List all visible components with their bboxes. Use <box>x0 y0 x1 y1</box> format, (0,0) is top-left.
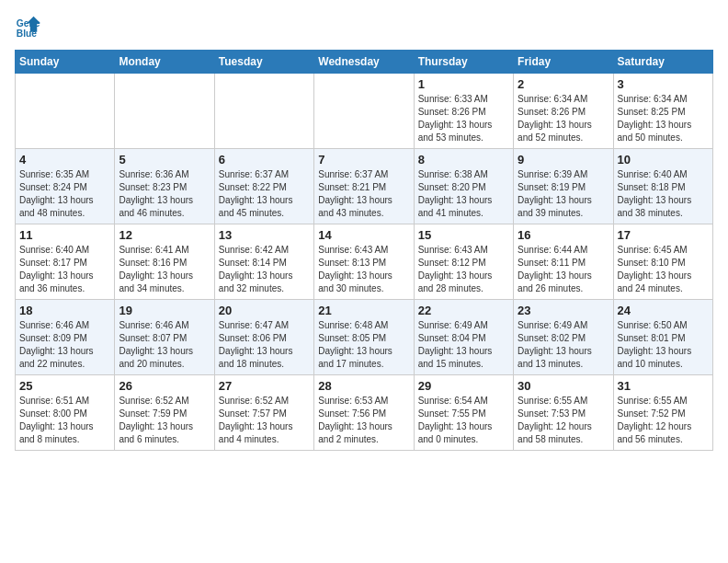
column-header-monday: Monday <box>115 51 214 74</box>
day-info: Sunrise: 6:40 AM Sunset: 8:17 PM Dayligh… <box>19 244 110 295</box>
day-number: 16 <box>518 228 609 242</box>
day-info: Sunrise: 6:44 AM Sunset: 8:11 PM Dayligh… <box>518 244 609 295</box>
calendar-cell: 20Sunrise: 6:47 AM Sunset: 8:06 PM Dayli… <box>214 300 313 375</box>
day-info: Sunrise: 6:54 AM Sunset: 7:55 PM Dayligh… <box>418 395 509 446</box>
day-number: 19 <box>119 304 210 317</box>
logo-icon: General Blue <box>15 15 40 40</box>
calendar-cell: 1Sunrise: 6:33 AM Sunset: 8:26 PM Daylig… <box>414 74 513 149</box>
day-number: 25 <box>19 379 110 393</box>
column-header-tuesday: Tuesday <box>214 51 313 74</box>
day-number: 7 <box>318 153 409 167</box>
calendar-cell: 25Sunrise: 6:51 AM Sunset: 8:00 PM Dayli… <box>16 375 115 451</box>
calendar-cell <box>16 74 115 149</box>
calendar-week-row: 25Sunrise: 6:51 AM Sunset: 8:00 PM Dayli… <box>16 375 713 451</box>
calendar-week-row: 18Sunrise: 6:46 AM Sunset: 8:09 PM Dayli… <box>16 300 713 375</box>
calendar-cell: 10Sunrise: 6:40 AM Sunset: 8:18 PM Dayli… <box>613 149 712 224</box>
calendar-cell: 29Sunrise: 6:54 AM Sunset: 7:55 PM Dayli… <box>414 375 513 451</box>
day-info: Sunrise: 6:43 AM Sunset: 8:13 PM Dayligh… <box>318 244 409 295</box>
day-number: 5 <box>119 153 210 167</box>
calendar-cell: 14Sunrise: 6:43 AM Sunset: 8:13 PM Dayli… <box>314 224 414 300</box>
day-info: Sunrise: 6:53 AM Sunset: 7:56 PM Dayligh… <box>318 395 409 446</box>
calendar-cell: 22Sunrise: 6:49 AM Sunset: 8:04 PM Dayli… <box>414 300 513 375</box>
day-info: Sunrise: 6:52 AM Sunset: 7:59 PM Dayligh… <box>119 395 210 446</box>
calendar-cell: 13Sunrise: 6:42 AM Sunset: 8:14 PM Dayli… <box>214 224 313 300</box>
calendar-cell: 8Sunrise: 6:38 AM Sunset: 8:20 PM Daylig… <box>414 149 513 224</box>
column-header-thursday: Thursday <box>414 51 513 74</box>
logo: General Blue <box>15 15 40 40</box>
calendar-cell: 9Sunrise: 6:39 AM Sunset: 8:19 PM Daylig… <box>514 149 613 224</box>
calendar-cell: 27Sunrise: 6:52 AM Sunset: 7:57 PM Dayli… <box>214 375 313 451</box>
day-info: Sunrise: 6:47 AM Sunset: 8:06 PM Dayligh… <box>219 319 310 371</box>
calendar-cell: 28Sunrise: 6:53 AM Sunset: 7:56 PM Dayli… <box>314 375 414 451</box>
calendar-week-row: 1Sunrise: 6:33 AM Sunset: 8:26 PM Daylig… <box>16 74 713 149</box>
day-number: 10 <box>618 153 709 167</box>
calendar-cell: 17Sunrise: 6:45 AM Sunset: 8:10 PM Dayli… <box>613 224 712 300</box>
calendar-cell <box>314 74 414 149</box>
day-info: Sunrise: 6:50 AM Sunset: 8:01 PM Dayligh… <box>618 319 709 371</box>
day-number: 15 <box>418 228 509 242</box>
calendar-cell <box>214 74 313 149</box>
calendar-cell: 7Sunrise: 6:37 AM Sunset: 8:21 PM Daylig… <box>314 149 414 224</box>
column-header-saturday: Saturday <box>613 51 712 74</box>
day-number: 8 <box>418 153 509 167</box>
calendar-cell: 5Sunrise: 6:36 AM Sunset: 8:23 PM Daylig… <box>115 149 214 224</box>
header: General Blue <box>15 15 713 40</box>
day-number: 29 <box>418 379 509 393</box>
calendar-table: SundayMondayTuesdayWednesdayThursdayFrid… <box>15 50 713 451</box>
calendar-cell: 11Sunrise: 6:40 AM Sunset: 8:17 PM Dayli… <box>16 224 115 300</box>
column-header-wednesday: Wednesday <box>314 51 414 74</box>
day-info: Sunrise: 6:42 AM Sunset: 8:14 PM Dayligh… <box>219 244 310 295</box>
day-number: 14 <box>318 228 409 242</box>
calendar-week-row: 11Sunrise: 6:40 AM Sunset: 8:17 PM Dayli… <box>16 224 713 300</box>
day-info: Sunrise: 6:43 AM Sunset: 8:12 PM Dayligh… <box>418 244 509 295</box>
day-info: Sunrise: 6:33 AM Sunset: 8:26 PM Dayligh… <box>418 93 509 144</box>
calendar-cell: 23Sunrise: 6:49 AM Sunset: 8:02 PM Dayli… <box>514 300 613 375</box>
day-number: 6 <box>219 153 310 167</box>
day-number: 18 <box>19 304 110 317</box>
day-info: Sunrise: 6:37 AM Sunset: 8:22 PM Dayligh… <box>219 168 310 220</box>
calendar-header-row: SundayMondayTuesdayWednesdayThursdayFrid… <box>16 51 713 74</box>
day-number: 9 <box>518 153 609 167</box>
calendar-cell: 26Sunrise: 6:52 AM Sunset: 7:59 PM Dayli… <box>115 375 214 451</box>
day-info: Sunrise: 6:40 AM Sunset: 8:18 PM Dayligh… <box>618 168 709 220</box>
day-info: Sunrise: 6:55 AM Sunset: 7:53 PM Dayligh… <box>518 395 609 446</box>
day-number: 23 <box>518 304 609 317</box>
day-number: 4 <box>19 153 110 167</box>
column-header-friday: Friday <box>514 51 613 74</box>
column-header-sunday: Sunday <box>16 51 115 74</box>
calendar-cell <box>115 74 214 149</box>
day-info: Sunrise: 6:51 AM Sunset: 8:00 PM Dayligh… <box>19 395 110 446</box>
calendar-cell: 18Sunrise: 6:46 AM Sunset: 8:09 PM Dayli… <box>16 300 115 375</box>
day-number: 30 <box>518 379 609 393</box>
day-info: Sunrise: 6:37 AM Sunset: 8:21 PM Dayligh… <box>318 168 409 220</box>
day-info: Sunrise: 6:38 AM Sunset: 8:20 PM Dayligh… <box>418 168 509 220</box>
day-number: 1 <box>418 77 509 91</box>
calendar-week-row: 4Sunrise: 6:35 AM Sunset: 8:24 PM Daylig… <box>16 149 713 224</box>
day-number: 21 <box>318 304 409 317</box>
calendar-cell: 24Sunrise: 6:50 AM Sunset: 8:01 PM Dayli… <box>613 300 712 375</box>
day-info: Sunrise: 6:46 AM Sunset: 8:09 PM Dayligh… <box>19 319 110 371</box>
day-info: Sunrise: 6:52 AM Sunset: 7:57 PM Dayligh… <box>219 395 310 446</box>
day-number: 31 <box>618 379 709 393</box>
day-info: Sunrise: 6:36 AM Sunset: 8:23 PM Dayligh… <box>119 168 210 220</box>
day-info: Sunrise: 6:39 AM Sunset: 8:19 PM Dayligh… <box>518 168 609 220</box>
day-number: 20 <box>219 304 310 317</box>
day-info: Sunrise: 6:45 AM Sunset: 8:10 PM Dayligh… <box>618 244 709 295</box>
day-info: Sunrise: 6:34 AM Sunset: 8:25 PM Dayligh… <box>618 93 709 144</box>
calendar-cell: 16Sunrise: 6:44 AM Sunset: 8:11 PM Dayli… <box>514 224 613 300</box>
calendar-cell: 21Sunrise: 6:48 AM Sunset: 8:05 PM Dayli… <box>314 300 414 375</box>
calendar-cell: 30Sunrise: 6:55 AM Sunset: 7:53 PM Dayli… <box>514 375 613 451</box>
calendar-cell: 31Sunrise: 6:55 AM Sunset: 7:52 PM Dayli… <box>613 375 712 451</box>
day-info: Sunrise: 6:35 AM Sunset: 8:24 PM Dayligh… <box>19 168 110 220</box>
day-number: 13 <box>219 228 310 242</box>
calendar-cell: 12Sunrise: 6:41 AM Sunset: 8:16 PM Dayli… <box>115 224 214 300</box>
day-number: 3 <box>618 77 709 91</box>
day-info: Sunrise: 6:41 AM Sunset: 8:16 PM Dayligh… <box>119 244 210 295</box>
day-number: 27 <box>219 379 310 393</box>
calendar-cell: 3Sunrise: 6:34 AM Sunset: 8:25 PM Daylig… <box>613 74 712 149</box>
day-number: 28 <box>318 379 409 393</box>
day-info: Sunrise: 6:49 AM Sunset: 8:04 PM Dayligh… <box>418 319 509 371</box>
calendar-cell: 19Sunrise: 6:46 AM Sunset: 8:07 PM Dayli… <box>115 300 214 375</box>
calendar-cell: 15Sunrise: 6:43 AM Sunset: 8:12 PM Dayli… <box>414 224 513 300</box>
day-info: Sunrise: 6:49 AM Sunset: 8:02 PM Dayligh… <box>518 319 609 371</box>
